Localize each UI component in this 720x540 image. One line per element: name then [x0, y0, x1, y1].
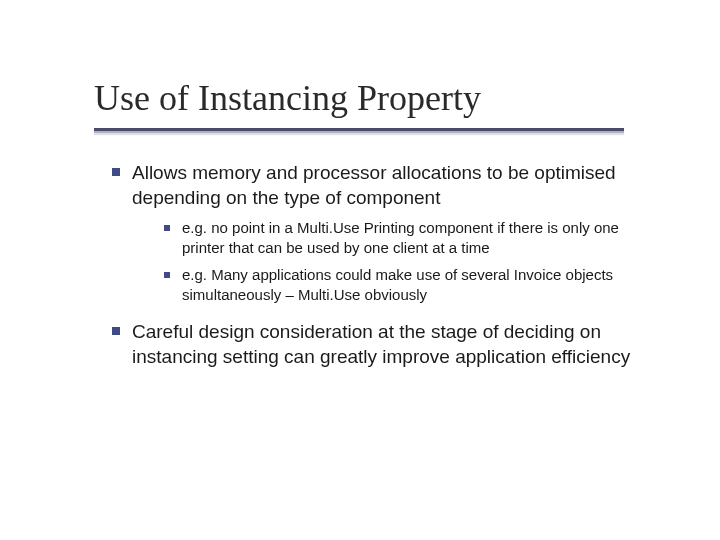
bullet-level1: Careful design consideration at the stag…	[112, 319, 660, 369]
title-area: Use of Instancing Property	[94, 80, 660, 118]
bullet-text: e.g. Many applications could make use of…	[182, 265, 660, 306]
bullet-icon	[164, 225, 170, 231]
slide-body: Allows memory and processor allocations …	[94, 160, 660, 377]
sub-bullet-group: e.g. no point in a Multi.Use Printing co…	[94, 218, 660, 305]
bullet-text: Careful design consideration at the stag…	[132, 319, 660, 369]
title-underline	[94, 128, 624, 133]
slide: Use of Instancing Property Allows memory…	[0, 0, 720, 540]
bullet-level2: e.g. Many applications could make use of…	[164, 265, 660, 306]
bullet-level2: e.g. no point in a Multi.Use Printing co…	[164, 218, 660, 259]
bullet-icon	[112, 168, 120, 176]
slide-title: Use of Instancing Property	[94, 80, 660, 118]
bullet-text: Allows memory and processor allocations …	[132, 160, 660, 210]
bullet-icon	[112, 327, 120, 335]
bullet-text: e.g. no point in a Multi.Use Printing co…	[182, 218, 660, 259]
bullet-icon	[164, 272, 170, 278]
bullet-level1: Allows memory and processor allocations …	[112, 160, 660, 210]
